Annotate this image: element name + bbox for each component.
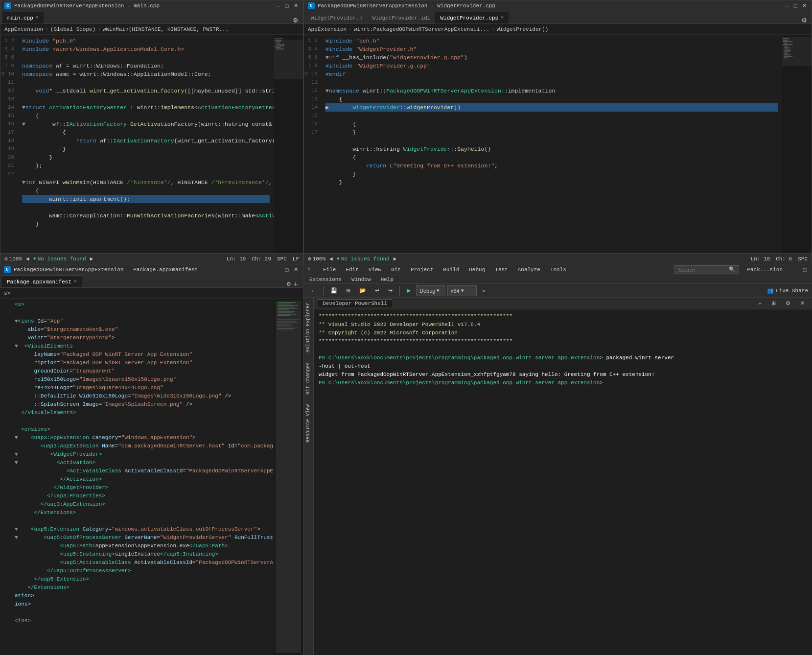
tab-widgetprovider-idl[interactable]: WidgetProvider.idl [368, 12, 436, 23]
pack-label: Pack...sion [747, 267, 783, 273]
manifest-body[interactable]: <s> ▼<ions Id="App" able="$targetnametok… [11, 299, 274, 655]
back-btn[interactable]: ← [307, 285, 320, 296]
minimap-manifest [274, 299, 303, 655]
menu-tools[interactable]: Tools [548, 267, 568, 273]
close-btn-topright[interactable]: ✕ [801, 2, 808, 9]
breadcrumb-topleft: AppExtension › (Global Scope) › wWinMain… [0, 24, 303, 35]
vs-content: Solution Explorer Git Changes Resource V… [303, 298, 812, 655]
close-tab-main-cpp[interactable]: × [36, 15, 39, 21]
tab-widgetprovider-cpp[interactable]: WidgetProvider.cpp × [435, 12, 509, 23]
split-btn[interactable]: ⚙ [292, 17, 299, 23]
vs-icon-manifest: C [4, 266, 11, 273]
minimap-right: ██████████ ████████ ████████████████ ███… [782, 35, 812, 253]
save-all-btn[interactable]: ⊞ [343, 285, 354, 296]
close-btn-manifest[interactable]: ✕ [292, 266, 299, 273]
debug-mode-dropdown[interactable]: Debug ▾ [416, 285, 445, 296]
top-left-title: PackagedOOPWinRTServerAppExtension - mai… [14, 3, 160, 9]
code-area-main-cpp[interactable]: #include "pch.h" #include <winrt/Windows… [18, 35, 274, 253]
menu-view[interactable]: View [367, 267, 383, 273]
devps-panel: Developer PowerShell + ⊞ ⚙ ✕ ***********… [313, 298, 812, 655]
split-btn-right[interactable]: ⚙ [801, 17, 808, 23]
manifest-add-btn[interactable]: + [292, 281, 299, 287]
platform-dropdown[interactable]: x64 ▾ [447, 285, 477, 296]
line-numbers-left: 1 2 3 4 5 6 7 8 9 10 11 12 13 14 15 16 1… [0, 35, 18, 253]
save-btn[interactable]: 💾 [327, 285, 341, 296]
devps-copy-btn[interactable]: ⊞ [768, 298, 779, 309]
menu-project[interactable]: Project [409, 267, 435, 273]
tab-manifest[interactable]: Package.appxmanifest × [2, 276, 82, 287]
devps-close-btn[interactable]: ✕ [797, 298, 808, 309]
vs-menubar: ⚡ File Edit View Git Project Build Debug… [303, 264, 812, 275]
status-bar-topleft: ⚙ 100% ◀ ● No issues found ▶ Ln: 19 Ch: … [0, 253, 303, 264]
no-issues-right: No issues found [341, 256, 390, 262]
minimap-left: ████ ████ ████ ████████████ ██ ████ █ ██… [274, 35, 303, 253]
devps-tab[interactable]: Developer PowerShell [318, 299, 392, 307]
vs-icon-topright: C [308, 2, 315, 9]
minimize-btn-manifest[interactable]: ─ [275, 266, 281, 273]
liveshare-icon: 👥 [767, 287, 774, 294]
close-tab-widgetprovider-cpp[interactable]: × [501, 15, 504, 21]
minimize-btn-topleft[interactable]: ─ [275, 2, 281, 9]
devps-tab-label: Developer PowerShell [323, 301, 387, 306]
liveshare-btn[interactable]: 👥 Live Share [767, 287, 808, 294]
code-area-widgetprovider[interactable]: #include "pch.h" #include "WidgetProvide… [322, 35, 782, 253]
vs-search-box[interactable]: 🔍 [674, 265, 739, 274]
manifest-title: PackagedOOPWinRTServerAppExtension - Pac… [14, 267, 198, 273]
search-icon: 🔍 [729, 266, 736, 273]
sidebar-tab-git-changes[interactable]: Git Changes [304, 359, 312, 398]
tab-widgetprovider-h[interactable]: WidgetProvider.h [306, 12, 368, 23]
maximize-btn-manifest[interactable]: □ [283, 266, 290, 273]
line-numbers-right: 1 2 3 4 5 6 7 8 9 10 11 12 13 14 15 16 1… [304, 35, 322, 253]
tab-bar-topleft: main.cpp × ⚙ [0, 11, 303, 24]
manifest-tab-bar: Package.appxmanifest × ⚙ + [0, 275, 303, 288]
sidebar-tab-solution-explorer[interactable]: Solution Explorer [304, 300, 312, 355]
devps-titlebar: Developer PowerShell + ⊞ ⚙ ✕ [314, 298, 812, 309]
menu-file[interactable]: File [321, 267, 338, 273]
maximize-btn-topleft[interactable]: □ [283, 2, 290, 9]
manifest-breadcrumb: s> [0, 288, 303, 299]
manifest-settings-btn[interactable]: ⚙ [285, 281, 292, 287]
vs-icon-main: ⚡ [307, 266, 315, 274]
menu-analyze[interactable]: Analyze [516, 267, 542, 273]
open-btn[interactable]: 📂 [356, 285, 370, 296]
start-btn[interactable]: ▶ [403, 285, 414, 296]
devps-content[interactable]: ****************************************… [314, 309, 812, 655]
tab-bar-topright: WidgetProvider.h WidgetProvider.idl Widg… [304, 11, 812, 24]
menu-window[interactable]: Window [349, 277, 373, 282]
breadcrumb-topright: AppExtension › winrt:PackagedOOPWinRTSer… [304, 24, 812, 35]
minimize-vs[interactable]: ─ [792, 266, 799, 273]
devps-new-btn[interactable]: + [755, 298, 765, 309]
top-left-titlebar: C PackagedOOPWinRTServerAppExtension - m… [0, 0, 303, 11]
menu-build[interactable]: Build [441, 267, 461, 273]
menu-edit[interactable]: Edit [344, 267, 360, 273]
menu-help[interactable]: Help [379, 277, 395, 282]
menu-git[interactable]: Git [389, 267, 403, 273]
vs-menubar-2: Extensions Window Help [303, 275, 812, 284]
search-input[interactable] [678, 267, 727, 273]
close-manifest-tab[interactable]: × [74, 279, 77, 284]
vs-icon-topleft: C [4, 2, 11, 9]
sidebar-tab-resource-view[interactable]: Resource View [304, 401, 312, 445]
top-right-titlebar: C PackagedOOPWinRTServerAppExtension - W… [304, 0, 812, 11]
menu-debug[interactable]: Debug [467, 267, 487, 273]
devps-settings-btn[interactable]: ⚙ [782, 298, 794, 309]
toolbar-sep-1 [323, 286, 324, 296]
manifest-window: C PackagedOOPWinRTServerAppExtension - P… [0, 264, 303, 655]
top-right-title: PackagedOOPWinRTServerAppExtension - Wid… [318, 3, 495, 9]
menu-extensions[interactable]: Extensions [307, 277, 344, 282]
vs-panel: ⚡ File Edit View Git Project Build Debug… [303, 264, 812, 655]
vs-toolbar: ← 💾 ⊞ 📂 ↩ ↪ ▶ Debug ▾ x64 ▾ » 👥 Live Sha… [303, 284, 812, 298]
close-btn-topleft[interactable]: ✕ [292, 2, 299, 9]
maximize-btn-topright[interactable]: □ [792, 2, 799, 9]
no-issues-left: No issues found [38, 256, 86, 262]
minimize-btn-topright[interactable]: ─ [783, 2, 790, 9]
solution-sidebar: Solution Explorer Git Changes Resource V… [303, 298, 313, 655]
toolbar-more[interactable]: » [479, 285, 488, 296]
toolbar-sep-2 [399, 286, 400, 296]
redo-btn[interactable]: ↪ [385, 285, 396, 296]
menu-test[interactable]: Test [493, 267, 510, 273]
maximize-vs[interactable]: □ [801, 266, 808, 273]
tab-main-cpp[interactable]: main.cpp × [2, 12, 44, 23]
undo-btn[interactable]: ↩ [371, 285, 383, 296]
status-bar-topright: ⚙ 100% ◀ ● No issues found ▶ Ln: 10 Ch: … [304, 253, 812, 264]
